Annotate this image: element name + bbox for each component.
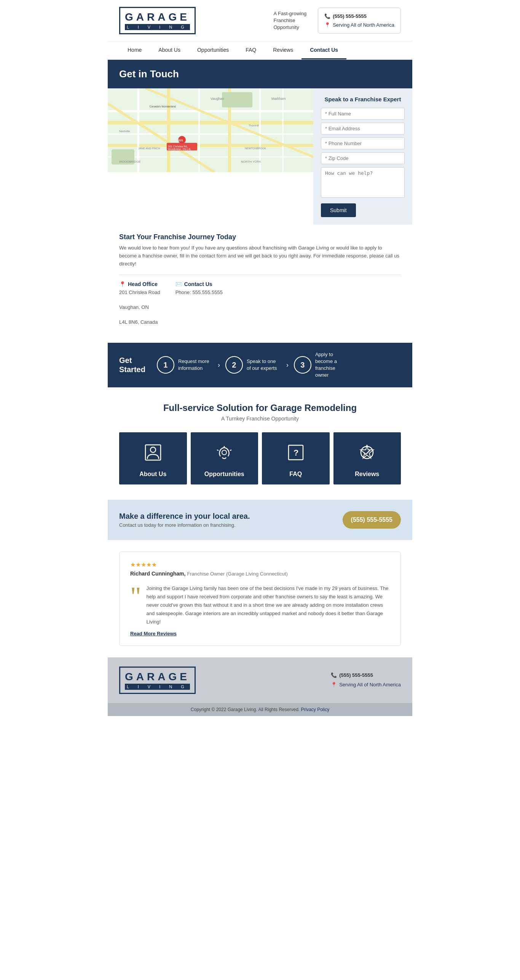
copyright-bar: Copyright © 2022 Garage Living. All Righ… xyxy=(108,703,412,716)
cta-heading: Make a difference in your local area. xyxy=(119,512,250,521)
header-contact-info: 📞 (555) 555-5555 📍 Serving All of North … xyxy=(318,8,401,34)
svg-text:Woodbridge, ON L4L: Woodbridge, ON L4L xyxy=(168,148,191,151)
step-1-circle: 1 xyxy=(157,356,174,374)
reviewer-title: Franchise Owner (Garage Living Connectic… xyxy=(187,571,287,577)
nav-link-opportunities[interactable]: Opportunities xyxy=(189,42,237,58)
step-3-circle: 3 xyxy=(294,356,311,374)
phone-icon: 📞 xyxy=(324,12,330,21)
footer-contact-info: 📞 (555) 555-5555 📍 Serving All of North … xyxy=(331,671,401,689)
faq-card-label: FAQ xyxy=(289,471,302,478)
nav-link-contact[interactable]: Contact Us xyxy=(301,42,346,59)
location-icon: 📍 xyxy=(119,281,126,287)
full-name-input[interactable] xyxy=(321,108,405,120)
svg-text:JANE AND FINCH: JANE AND FINCH xyxy=(138,147,160,150)
head-office-col: 📍 Head Office 201 Chrislea Road Vaughan,… xyxy=(119,281,160,333)
nav-link-home[interactable]: Home xyxy=(119,42,150,58)
site-footer: GARAGE L I V I N G 📞 (555) 555-5555 📍 Se… xyxy=(108,657,412,703)
get-started-label: GetStarted xyxy=(119,356,145,374)
site-header: GARAGE L I V I N G A Fast-growing Franch… xyxy=(108,0,412,42)
svg-point-35 xyxy=(361,446,373,459)
footer-phone-icon: 📞 xyxy=(331,671,337,680)
read-more-link[interactable]: Read More Reviews xyxy=(130,631,177,636)
hero-banner: Get in Touch xyxy=(108,60,412,88)
nav-link-faq[interactable]: FAQ xyxy=(237,42,265,58)
submit-button[interactable]: Submit xyxy=(321,203,356,217)
hero-title: Get in Touch xyxy=(119,68,401,80)
logo-bottom: L I V I N G xyxy=(125,24,190,30)
nav-item-contact[interactable]: Contact Us xyxy=(301,42,346,59)
step-arrow-2: › xyxy=(286,361,289,369)
info-heading: Start Your Franchise Journey Today xyxy=(119,233,401,241)
svg-text:201: 201 xyxy=(178,139,183,142)
service-card-about[interactable]: About Us xyxy=(119,432,187,484)
info-cols: 📍 Head Office 201 Chrislea Road Vaughan,… xyxy=(119,281,401,333)
footer-phone: 📞 (555) 555-5555 xyxy=(331,671,401,680)
svg-text:Nashville: Nashville xyxy=(119,130,130,133)
logo-top: GARAGE xyxy=(125,11,190,23)
cta-text: Make a difference in your local area. Co… xyxy=(119,512,250,528)
copyright-text: Copyright © 2022 Garage Living. All Righ… xyxy=(191,707,300,712)
phone-input[interactable] xyxy=(321,137,405,149)
testimonial-stars: ★★★★★ xyxy=(130,561,390,568)
privacy-policy-link[interactable]: Privacy Policy xyxy=(301,707,329,712)
step-2-text: Speak to one of our experts xyxy=(247,358,281,372)
reviewer-name: Richard Cunningham, xyxy=(130,571,185,577)
service-card-reviews[interactable]: Reviews xyxy=(333,432,401,484)
step-3-text: Apply to become a franchise owner xyxy=(315,351,349,379)
cta-phone-button[interactable]: (555) 555-5555 xyxy=(343,511,401,529)
nav-item-about[interactable]: About Us xyxy=(150,42,189,59)
logo[interactable]: GARAGE L I V I N G xyxy=(119,7,196,34)
cta-band: Make a difference in your local area. Co… xyxy=(108,500,412,540)
svg-text:Vaughan: Vaughan xyxy=(211,97,224,101)
full-service-heading: Full-service Solution for Garage Remodel… xyxy=(119,403,401,413)
step-2-circle: 2 xyxy=(225,356,243,374)
nav-item-home[interactable]: Home xyxy=(119,42,150,59)
opportunities-icon xyxy=(215,443,234,465)
testimonial-text: Joining the Garage Living family has bee… xyxy=(147,584,390,626)
testimonial-section: ★★★★★ Richard Cunningham, Franchise Owne… xyxy=(108,540,412,657)
cta-subtext: Contact us today for more information on… xyxy=(119,522,250,528)
full-service-subheading: A Turnkey Franchise Opportunity xyxy=(119,416,401,422)
svg-text:Thornhill: Thornhill xyxy=(249,124,259,127)
contact-us-col: ✉️ Contact Us Phone: 555.555.5555 xyxy=(175,281,223,333)
service-card-faq[interactable]: ? FAQ xyxy=(262,432,330,484)
contact-section: Vaughan Markham Nashville Canada's Wonde… xyxy=(108,88,412,225)
service-card-opportunities[interactable]: Opportunities xyxy=(191,432,258,484)
svg-point-31 xyxy=(150,447,156,452)
nav-link-reviews[interactable]: Reviews xyxy=(265,42,301,58)
footer-logo-top: GARAGE xyxy=(125,671,190,683)
location-icon: 📍 xyxy=(324,21,330,29)
step-1-text: Request more information xyxy=(178,358,212,372)
map-container: Vaughan Markham Nashville Canada's Wonde… xyxy=(108,88,313,225)
testimonial-card: ★★★★★ Richard Cunningham, Franchise Owne… xyxy=(119,552,401,646)
header-right: A Fast-growing Franchise Opportunity 📞 (… xyxy=(273,8,401,34)
opportunities-card-label: Opportunities xyxy=(204,471,244,478)
header-phone: 📞 (555) 555-5555 xyxy=(324,12,394,21)
footer-location: 📍 Serving All of North America xyxy=(331,680,401,690)
footer-location-icon: 📍 xyxy=(331,680,337,690)
service-grid: About Us Opportunities ? xyxy=(119,432,401,484)
footer-logo[interactable]: GARAGE L I V I N G xyxy=(119,667,196,694)
step-arrow-1: › xyxy=(218,361,220,369)
nav-link-about[interactable]: About Us xyxy=(150,42,189,58)
nav-item-faq[interactable]: FAQ xyxy=(237,42,265,59)
svg-text:NEWTONBROOK: NEWTONBROOK xyxy=(245,147,266,150)
zip-input[interactable] xyxy=(321,152,405,164)
svg-rect-14 xyxy=(222,92,252,107)
message-input[interactable] xyxy=(321,167,405,198)
svg-text:Canada's Wonderland: Canada's Wonderland xyxy=(150,105,176,108)
map-svg: Vaughan Markham Nashville Canada's Wonde… xyxy=(108,88,313,172)
svg-text:NORTH YORK: NORTH YORK xyxy=(241,160,262,163)
step-group: 1 Request more information › 2 Speak to … xyxy=(157,351,349,379)
get-started-section: GetStarted 1 Request more information › … xyxy=(108,343,412,387)
svg-point-32 xyxy=(222,450,227,455)
nav-item-reviews[interactable]: Reviews xyxy=(265,42,301,59)
info-section: Start Your Franchise Journey Today We wo… xyxy=(108,225,412,343)
about-us-card-label: About Us xyxy=(139,471,166,478)
reviewer-line: Richard Cunningham, Franchise Owner (Gar… xyxy=(130,571,390,577)
email-input[interactable] xyxy=(321,123,405,134)
nav-item-opportunities[interactable]: Opportunities xyxy=(189,42,237,59)
reviews-card-label: Reviews xyxy=(355,471,379,478)
svg-text:WOODBRIDGE: WOODBRIDGE xyxy=(119,160,140,163)
quote-mark: " xyxy=(130,586,141,607)
